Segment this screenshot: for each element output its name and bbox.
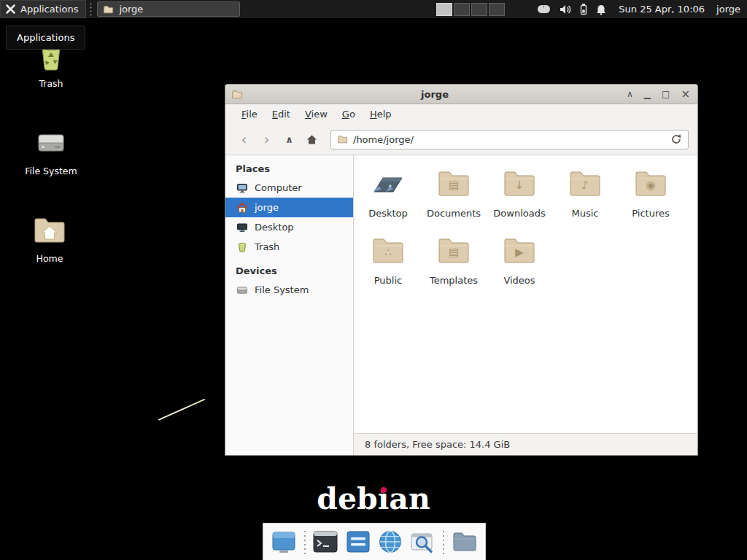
- folder-icon: [502, 166, 537, 201]
- desktop-icon-home[interactable]: Home: [18, 213, 82, 264]
- file-name: Documents: [427, 208, 481, 219]
- folder-icon: [371, 233, 406, 268]
- panel-user-label[interactable]: jorge: [716, 4, 740, 15]
- workspace-1[interactable]: [436, 3, 452, 16]
- sidebar-item-file-system[interactable]: File System: [225, 280, 353, 300]
- sidebar-item-jorge[interactable]: jorge: [225, 198, 353, 217]
- sidebar-item-desktop[interactable]: Desktop: [225, 217, 353, 237]
- back-button[interactable]: ‹: [234, 130, 254, 149]
- workspace-3[interactable]: [471, 3, 487, 16]
- workspace-2[interactable]: [454, 3, 470, 16]
- terminal-launcher[interactable]: [311, 526, 340, 557]
- file-name: Videos: [503, 275, 535, 286]
- applications-icon: [5, 4, 16, 15]
- battery-icon[interactable]: [580, 3, 587, 15]
- system-tray: [537, 3, 607, 15]
- menu-file[interactable]: File: [234, 105, 265, 123]
- file-pictures[interactable]: ◉ Pictures: [618, 166, 684, 219]
- file-grid: Desktop ▤ Documents ↓: [354, 155, 697, 433]
- desktop: Applications jorge: [0, 0, 747, 560]
- file-templates[interactable]: ▤ Templates: [421, 233, 487, 286]
- places-header: Places: [225, 159, 353, 178]
- file-documents[interactable]: ▤ Documents: [421, 166, 487, 219]
- taskbar-window-button[interactable]: jorge: [97, 1, 240, 17]
- sidebar-item-label: Computer: [255, 182, 302, 193]
- status-text: 8 folders, Free space: 14.4 GiB: [365, 439, 510, 450]
- home-icon: [236, 202, 248, 214]
- applications-menu-button[interactable]: Applications: [0, 0, 86, 18]
- file-videos[interactable]: ▶ Videos: [487, 233, 552, 286]
- top-panel: Applications jorge: [0, 0, 747, 18]
- file-name: Downloads: [493, 208, 545, 219]
- close-button[interactable]: ×: [681, 89, 690, 100]
- directory-menu-button[interactable]: [450, 526, 479, 557]
- sidebar-item-label: Trash: [255, 241, 279, 252]
- folder-icon: [103, 4, 114, 15]
- file-name: Desktop: [368, 208, 408, 219]
- taskbar-window-label: jorge: [119, 4, 143, 15]
- folder-icon: [436, 233, 471, 268]
- maximize-button[interactable]: □: [662, 90, 670, 98]
- file-manager-launcher[interactable]: [344, 526, 372, 557]
- sidebar-item-label: Desktop: [255, 222, 294, 233]
- forward-icon: ›: [264, 133, 270, 147]
- application-finder-launcher[interactable]: [409, 526, 438, 557]
- forward-button[interactable]: ›: [257, 130, 276, 149]
- file-music[interactable]: ♪ Music: [552, 166, 618, 219]
- dock-separator: [441, 529, 446, 554]
- menu-help[interactable]: Help: [363, 105, 399, 123]
- show-desktop-icon: [270, 528, 298, 556]
- workspace-switcher[interactable]: [436, 3, 505, 16]
- window-body: Places Computer jorge Desktop Trash: [225, 155, 697, 455]
- folder-icon: [436, 166, 471, 201]
- clock[interactable]: Sun 25 Apr, 10:06: [619, 4, 705, 15]
- sidebar-item-computer[interactable]: Computer: [225, 178, 353, 198]
- workspace-4[interactable]: [489, 3, 505, 16]
- app-finder-icon: [409, 528, 437, 556]
- home-button[interactable]: [302, 130, 322, 149]
- menu-go[interactable]: Go: [335, 105, 363, 123]
- show-desktop-button[interactable]: [270, 526, 298, 557]
- file-name: Music: [572, 208, 599, 219]
- minimize-button[interactable]: ▁: [644, 90, 651, 98]
- menu-bar: File Edit View Go Help: [225, 104, 697, 124]
- file-view-pane: Desktop ▤ Documents ↓: [354, 155, 697, 455]
- file-manager-window: jorge ∧ ▁ □ × File Edit View Go Help ‹ ›…: [225, 84, 698, 456]
- user-desktop-icon: [371, 166, 406, 201]
- file-manager-icon: [344, 528, 372, 556]
- debian-logo: debıan: [0, 481, 747, 516]
- dock-separator: [303, 529, 307, 554]
- debian-logo-text: an: [389, 481, 430, 516]
- up-button[interactable]: ∧: [279, 130, 299, 149]
- sidebar-item-trash[interactable]: Trash: [225, 237, 353, 257]
- shade-button[interactable]: ∧: [627, 90, 633, 98]
- home-icon: [306, 133, 318, 146]
- file-name: Public: [374, 275, 402, 286]
- file-downloads[interactable]: ↓ Downloads: [487, 166, 552, 219]
- desktop-icon-file-system[interactable]: File System: [19, 125, 83, 176]
- reload-icon[interactable]: [670, 133, 682, 145]
- window-folder-icon: [231, 89, 243, 100]
- sidebar-item-label: jorge: [255, 202, 279, 213]
- menu-edit[interactable]: Edit: [265, 105, 298, 123]
- mouse-icon[interactable]: [537, 4, 551, 14]
- file-public[interactable]: ∴ Public: [355, 233, 421, 286]
- window-titlebar[interactable]: jorge ∧ ▁ □ ×: [225, 85, 697, 104]
- folder-icon: [451, 528, 479, 556]
- toolbar: ‹ › ∧ /home/jorge/: [225, 124, 697, 155]
- desktop-icon-label: Home: [36, 253, 63, 264]
- notifications-bell-icon[interactable]: [595, 4, 607, 15]
- folder-icon: [633, 166, 668, 201]
- window-controls: ∧ ▁ □ ×: [627, 89, 690, 100]
- volume-icon[interactable]: [559, 4, 572, 15]
- menu-view[interactable]: View: [298, 105, 335, 123]
- terminal-icon: [311, 528, 339, 556]
- current-path[interactable]: /home/jorge/: [353, 134, 665, 145]
- folder-icon: [568, 166, 603, 201]
- desktop-icon-label: Trash: [39, 78, 63, 89]
- file-desktop[interactable]: Desktop: [355, 166, 421, 219]
- location-bar[interactable]: /home/jorge/: [330, 130, 689, 149]
- path-folder-icon: [337, 134, 348, 144]
- debian-swirl-icon: [381, 487, 387, 493]
- web-browser-launcher[interactable]: [376, 526, 405, 557]
